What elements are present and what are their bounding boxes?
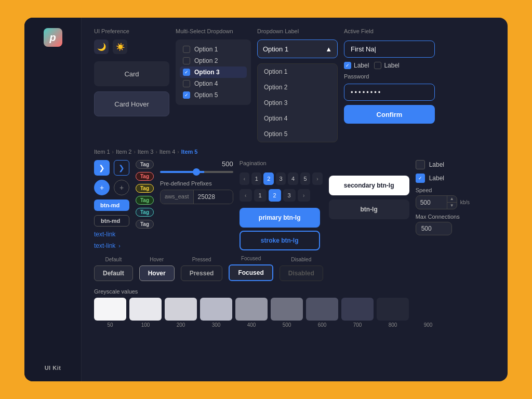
tag-5[interactable]: Tag bbox=[136, 208, 154, 217]
btn-md-filled[interactable]: btn-md bbox=[94, 200, 129, 211]
multi-option-5[interactable]: Option 5 bbox=[180, 89, 247, 101]
breadcrumb-item-5[interactable]: Item 5 bbox=[181, 149, 198, 155]
chevron-filled-button[interactable]: ❯ bbox=[94, 160, 110, 176]
checkbox-label-1[interactable] bbox=[344, 62, 351, 69]
password-input[interactable] bbox=[344, 84, 435, 101]
tag-6[interactable]: Tag bbox=[136, 220, 154, 229]
sidebar: p UI Kit bbox=[24, 18, 82, 381]
greyscale-swatch: 300 bbox=[200, 298, 232, 328]
default-state-label: Default bbox=[105, 257, 122, 262]
gs-color-box bbox=[94, 298, 126, 321]
spinbox-down[interactable]: ▼ bbox=[447, 203, 457, 209]
light-mode-button[interactable]: ☀️ bbox=[113, 39, 127, 54]
page-4-btn[interactable]: 4 bbox=[288, 172, 298, 185]
label-item-1: Label bbox=[344, 62, 369, 69]
confirm-button[interactable]: Confirm bbox=[344, 105, 435, 124]
prefix-value[interactable]: 25028 bbox=[194, 190, 233, 204]
text-link-1[interactable]: text-link bbox=[94, 231, 129, 238]
range-input[interactable] bbox=[160, 171, 233, 173]
checkbox-1[interactable] bbox=[183, 46, 190, 53]
card-hover-item[interactable]: Card Hover bbox=[94, 91, 169, 116]
dropdown-option-1[interactable]: Option 1 bbox=[258, 64, 337, 79]
checkbox-4[interactable] bbox=[183, 80, 190, 87]
breadcrumb-item-1[interactable]: Item 1 bbox=[94, 149, 110, 155]
greyscale-swatch: 800 bbox=[377, 298, 409, 328]
speed-spinbox[interactable]: 500 ▲ ▼ bbox=[416, 195, 457, 209]
page-next-1[interactable]: › bbox=[312, 172, 322, 185]
page-2-btn[interactable]: 2 bbox=[263, 172, 273, 185]
page-1-btn[interactable]: 1 bbox=[251, 172, 261, 185]
gs-color-box bbox=[306, 298, 338, 321]
multi-select-label: Multi-Select Dropdown bbox=[176, 28, 251, 34]
state-focused-col: Focused Focused bbox=[229, 256, 273, 281]
page-2b-btn[interactable]: 2 bbox=[269, 189, 281, 202]
plus-filled-button[interactable]: + bbox=[94, 180, 110, 195]
multi-option-2[interactable]: Option 2 bbox=[180, 55, 247, 66]
breadcrumb-item-4[interactable]: Item 4 bbox=[159, 149, 176, 155]
pagination-row-1: ‹ 1 2 3 4 5 › bbox=[240, 172, 323, 185]
page-5-btn[interactable]: 5 bbox=[300, 172, 310, 185]
main-content: UI Preference 🌙 ☀️ Card Card Hover M bbox=[82, 18, 508, 381]
checkbox-right-1[interactable] bbox=[416, 160, 425, 169]
page-3-btn[interactable]: 3 bbox=[276, 172, 286, 185]
multi-select-section: Multi-Select Dropdown Option 1 Option 2 … bbox=[176, 28, 251, 105]
checkbox-5[interactable] bbox=[183, 91, 190, 99]
ui-pref-toggle: 🌙 ☀️ bbox=[94, 39, 169, 54]
card-item[interactable]: Card bbox=[94, 61, 169, 86]
btn-md-outline[interactable]: btn-md bbox=[94, 215, 129, 227]
default-state-button[interactable]: Default bbox=[94, 265, 133, 281]
dark-mode-button[interactable]: 🌙 bbox=[94, 39, 109, 54]
dark-button[interactable]: btn-lg bbox=[329, 200, 409, 219]
chevron-outline-button[interactable]: ❯ bbox=[114, 160, 129, 176]
breadcrumb-chevron-3: › bbox=[155, 149, 157, 155]
checkbox-label-2[interactable] bbox=[374, 62, 381, 69]
stroke-button[interactable]: stroke btn-lg bbox=[240, 231, 320, 250]
text-link-2[interactable]: text-link › bbox=[94, 242, 129, 249]
plus-ghost-button[interactable]: + bbox=[114, 180, 129, 195]
tag-3[interactable]: Tag bbox=[136, 184, 154, 193]
disabled-state-label: Disabled bbox=[291, 257, 311, 262]
dropdown-option-3[interactable]: Option 3 bbox=[258, 95, 337, 111]
breadcrumb-item-3[interactable]: Item 3 bbox=[138, 149, 154, 155]
first-name-input[interactable] bbox=[344, 41, 435, 58]
check-label-row-2: Label bbox=[416, 174, 495, 183]
dropdown-option-4[interactable]: Option 4 bbox=[258, 111, 337, 126]
gs-number: 300 bbox=[212, 322, 221, 328]
pressed-state-button[interactable]: Pressed bbox=[181, 265, 223, 281]
cards-section: Card Card Hover bbox=[94, 61, 169, 116]
multi-option-4[interactable]: Option 4 bbox=[180, 78, 247, 89]
multi-option-1[interactable]: Option 1 bbox=[180, 44, 247, 55]
ui-pref-label: UI Preference bbox=[94, 28, 169, 34]
spinbox-up[interactable]: ▲ bbox=[447, 196, 457, 203]
tags-col: Tag Tag Tag Tag Tag Tag bbox=[136, 160, 154, 229]
primary-button[interactable]: primary btn-lg bbox=[240, 208, 320, 228]
focused-state-button[interactable]: Focused bbox=[229, 264, 273, 281]
hover-state-label: Hover bbox=[150, 257, 164, 262]
page-prev-1[interactable]: ‹ bbox=[240, 172, 249, 185]
sidebar-label: UI Kit bbox=[45, 365, 61, 371]
multi-option-3[interactable]: Option 3 bbox=[180, 66, 247, 78]
checkbox-2[interactable] bbox=[183, 57, 190, 64]
hover-state-button[interactable]: Hover bbox=[139, 265, 175, 281]
page-1b-btn[interactable]: 1 bbox=[254, 189, 267, 202]
page-next-2[interactable]: › bbox=[298, 189, 310, 202]
tag-4[interactable]: Tag bbox=[136, 196, 154, 205]
page-prev-2[interactable]: ‹ bbox=[240, 189, 252, 202]
max-connections-input[interactable] bbox=[416, 222, 452, 235]
tag-1[interactable]: Tag bbox=[136, 160, 154, 169]
label-row-1: Label Label bbox=[344, 62, 435, 69]
secondary-button[interactable]: secondary btn-lg bbox=[329, 176, 409, 195]
checkbox-3[interactable] bbox=[183, 69, 190, 76]
dropdown-open-list: Option 1 Option 2 Option 3 Option 4 Opti… bbox=[257, 63, 338, 142]
dropdown-option-2[interactable]: Option 2 bbox=[258, 79, 337, 95]
breadcrumb-item-2[interactable]: Item 2 bbox=[116, 149, 132, 155]
dropdown-option-5[interactable]: Option 5 bbox=[258, 126, 337, 142]
gs-number: 400 bbox=[247, 322, 256, 328]
pagination-label: Pagination bbox=[240, 160, 323, 166]
max-connections-label: Max Connections bbox=[416, 214, 495, 220]
page-3b-btn[interactable]: 3 bbox=[283, 189, 296, 202]
tag-2[interactable]: Tag bbox=[136, 172, 154, 181]
pagination-row-2: ‹ 1 2 3 › bbox=[240, 189, 323, 202]
checkbox-right-2[interactable] bbox=[416, 174, 425, 183]
dropdown-trigger[interactable]: Option 1 ▲ bbox=[257, 39, 338, 58]
